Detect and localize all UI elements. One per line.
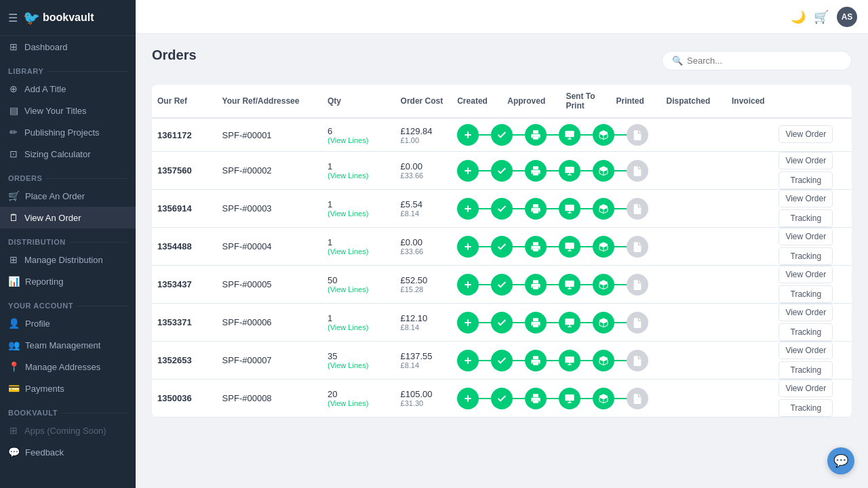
tracking-button[interactable]: Tracking [778,209,833,227]
addresses-icon: 📍 [8,361,20,372]
pipe-line [614,398,627,399]
qty-value: 6 [328,126,390,136]
pipe-line [580,208,593,209]
cost-sub: £33.66 [401,247,447,256]
main-area: 🌙 🛒 AS Orders 🔍 Our Ref Your Ref/Address… [136,0,868,488]
view-order-button[interactable]: View Order [778,228,833,245]
qty-value: 35 [328,351,390,361]
status-circle-box [593,388,614,409]
sidebar-item-dashboard[interactable]: ⊞ Dashboard [0,36,136,58]
sidebar-section-library: Library [0,58,136,78]
cost-main: £0.00 [401,237,447,247]
th-your-ref: Your Ref/Addressee [217,85,322,118]
tracking-button[interactable]: Tracking [778,361,833,379]
pipe-line [513,284,525,285]
view-order-button[interactable]: View Order [778,266,833,283]
tracking-button[interactable]: Tracking [778,323,833,341]
qty-link[interactable]: (View Lines) [328,136,390,144]
user-avatar[interactable]: AS [837,7,857,27]
qty-link[interactable]: (View Lines) [328,247,390,256]
tracking-button[interactable]: Tracking [778,171,833,189]
qty-link[interactable]: (View Lines) [328,323,390,331]
cart-icon[interactable]: 🛒 [814,9,829,24]
tracking-button[interactable]: Tracking [778,399,833,417]
view-order-button[interactable]: View Order [778,304,833,321]
view-order-button[interactable]: View Order [778,190,833,207]
pipe-line [513,322,525,323]
pipe-line [614,360,627,361]
dark-mode-icon[interactable]: 🌙 [791,9,806,24]
svg-rect-45 [533,400,538,403]
sidebar-item-place-order[interactable]: 🛒 Place An Order [0,185,136,207]
pipe-line [513,398,525,399]
svg-rect-21 [533,248,538,251]
pipe-line [580,134,593,136]
cost-sub: £8.14 [401,323,447,331]
status-circle-monitor [559,124,580,146]
your-ref: SPF-#00008 [222,393,272,403]
sidebar-item-team[interactable]: 👥 Team Management [0,334,136,356]
sidebar-item-reporting[interactable]: 📊 Reporting [0,270,136,292]
sidebar-item-publishing[interactable]: ✏ Publishing Projects [0,121,136,143]
status-circle-monitor [559,274,580,296]
chat-bubble[interactable]: 💬 [827,447,854,474]
sidebar-item-apps: ⊞ Apps (Coming Soon) [0,420,136,441]
content-area: Orders 🔍 Our Ref Your Ref/Addressee Qty … [136,34,868,488]
status-circle-print [525,160,547,182]
tracking-button[interactable]: Tracking [778,247,833,265]
view-order-button[interactable]: View Order [778,380,833,397]
pipe-line [479,360,491,361]
sidebar-item-view-order[interactable]: 🗒 View An Order [0,207,136,228]
pipe-line [580,398,593,399]
search-icon: 🔍 [672,56,683,66]
sidebar-item-feedback[interactable]: 💬 Feedback [0,441,136,463]
qty-link[interactable]: (View Lines) [328,285,390,293]
sidebar-item-sizing[interactable]: ⊡ Sizing Calculator [0,143,136,165]
sidebar-item-payments[interactable]: 💳 Payments [0,378,136,399]
th-approved: Approved [502,85,560,118]
page-title: Orders [152,47,197,63]
sidebar-label-dashboard: Dashboard [24,42,68,52]
pipe-line [614,284,627,285]
pipe-line [479,398,491,399]
sidebar-item-add-title[interactable]: ⊕ Add A Title [0,78,136,100]
pipe-line [547,134,559,136]
th-dispatched: Dispatched [661,85,726,118]
orders-table: Our Ref Your Ref/Addressee Qty Order Cos… [152,85,852,418]
sidebar-item-manage-dist[interactable]: ⊞ Manage Distribution [0,249,136,270]
our-ref: 1356914 [157,203,192,214]
pipe-line [513,360,525,361]
sidebar-label-view-order: View An Order [24,213,81,223]
qty-link[interactable]: (View Lines) [328,209,390,218]
our-ref: 1353437 [157,279,192,289]
qty-link[interactable]: (View Lines) [328,171,390,180]
qty-link[interactable]: (View Lines) [328,399,390,407]
svg-rect-27 [533,286,538,289]
pipe-line [547,170,559,171]
view-order-button[interactable]: View Order [778,125,833,143]
tracking-button[interactable]: Tracking [778,285,833,303]
table-row: 1357560 SPF-#00002 1 (View Lines) £0.00 … [152,152,852,190]
search-input[interactable] [687,56,842,66]
table-row: 1352653 SPF-#00007 35 (View Lines) £137.… [152,342,852,380]
th-invoiced: Invoiced [726,85,778,118]
qty-link[interactable]: (View Lines) [328,361,390,369]
hamburger-icon[interactable]: ☰ [8,12,18,24]
sidebar-label-feedback: Feedback [25,447,64,458]
place-order-icon: 🛒 [8,190,20,201]
sidebar-item-addresses[interactable]: 📍 Manage Addresses [0,356,136,378]
svg-rect-32 [533,318,538,321]
pipe-line [580,246,593,247]
status-circle-monitor [559,350,580,371]
th-qty: Qty [322,85,395,118]
sidebar-section-account: Your Account [0,292,136,312]
cost-main: £12.10 [401,313,447,323]
qty-value: 1 [328,161,390,171]
our-ref: 1361172 [157,130,192,140]
sidebar-item-profile[interactable]: 👤 Profile [0,312,136,334]
view-order-button[interactable]: View Order [778,152,833,169]
your-ref: SPF-#00004 [222,241,272,251]
view-order-button[interactable]: View Order [778,342,833,359]
sidebar-item-view-titles[interactable]: ▤ View Your Titles [0,100,136,121]
status-circle-monitor [559,236,580,258]
